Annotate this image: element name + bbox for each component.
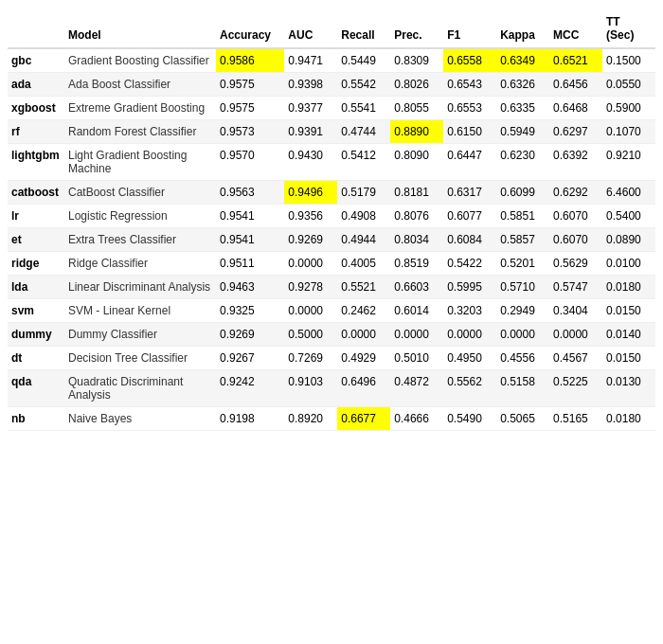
cell-prec: 0.6603	[390, 276, 443, 299]
cell-kappa: 0.6230	[496, 144, 549, 181]
cell-auc: 0.9391	[284, 120, 337, 144]
cell-mcc: 0.6456	[549, 73, 602, 97]
cell-prec: 0.4872	[390, 370, 443, 407]
cell-accuracy: 0.9511	[216, 252, 284, 276]
cell-kappa: 0.5065	[496, 407, 549, 431]
cell-mcc: 0.5629	[549, 252, 602, 276]
cell-f1: 0.5422	[443, 252, 496, 276]
model-comparison-table: ModelAccuracyAUCRecallPrec.F1KappaMCCTT(…	[8, 9, 655, 431]
cell-kappa: 0.6326	[496, 73, 549, 97]
table-row: ridgeRidge Classifier0.95110.00000.40050…	[8, 252, 655, 276]
cell-tt: 0.1070	[602, 120, 655, 144]
cell-mcc: 0.6392	[549, 144, 602, 181]
table-row: rfRandom Forest Classifier0.95730.93910.…	[8, 120, 655, 144]
cell-tt: 0.0180	[602, 407, 655, 431]
cell-accuracy: 0.9570	[216, 144, 284, 181]
cell-prec: 0.8034	[390, 228, 443, 252]
cell-model: Gradient Boosting Classifier	[64, 48, 216, 73]
cell-f1: 0.5995	[443, 276, 496, 299]
column-header-9: TT(Sec)	[602, 9, 655, 48]
cell-kappa: 0.6335	[496, 97, 549, 120]
cell-tt: 0.0150	[602, 299, 655, 323]
table-row: etExtra Trees Classifier0.95410.92690.49…	[8, 228, 655, 252]
cell-auc: 0.9278	[284, 276, 337, 299]
cell-short: xgboost	[8, 97, 64, 120]
cell-mcc: 0.5747	[549, 276, 602, 299]
cell-mcc: 0.4567	[549, 347, 602, 370]
cell-prec: 0.6014	[390, 299, 443, 323]
cell-kappa: 0.5710	[496, 276, 549, 299]
cell-accuracy: 0.9575	[216, 73, 284, 97]
cell-kappa: 0.6349	[496, 48, 549, 73]
cell-auc: 0.9356	[284, 205, 337, 228]
cell-mcc: 0.5165	[549, 407, 602, 431]
cell-auc: 0.5000	[284, 323, 337, 347]
table-row: gbcGradient Boosting Classifier0.95860.9…	[8, 48, 655, 73]
cell-kappa: 0.4556	[496, 347, 549, 370]
cell-mcc: 0.6070	[549, 205, 602, 228]
cell-accuracy: 0.9325	[216, 299, 284, 323]
cell-accuracy: 0.9541	[216, 228, 284, 252]
cell-tt: 0.0150	[602, 347, 655, 370]
cell-f1: 0.6150	[443, 120, 496, 144]
cell-recall: 0.4929	[337, 347, 390, 370]
cell-recall: 0.5412	[337, 144, 390, 181]
cell-tt: 0.0890	[602, 228, 655, 252]
cell-short: dummy	[8, 323, 64, 347]
cell-recall: 0.6677	[337, 407, 390, 431]
cell-mcc: 0.3404	[549, 299, 602, 323]
cell-auc: 0.8920	[284, 407, 337, 431]
cell-short: gbc	[8, 48, 64, 73]
cell-tt: 0.0130	[602, 370, 655, 407]
cell-recall: 0.6496	[337, 370, 390, 407]
table-row: lrLogistic Regression0.95410.93560.49080…	[8, 205, 655, 228]
cell-recall: 0.5541	[337, 97, 390, 120]
cell-recall: 0.5542	[337, 73, 390, 97]
cell-accuracy: 0.9463	[216, 276, 284, 299]
cell-short: lr	[8, 205, 64, 228]
cell-short: lda	[8, 276, 64, 299]
cell-prec: 0.8890	[390, 120, 443, 144]
cell-f1: 0.6077	[443, 205, 496, 228]
cell-auc: 0.9103	[284, 370, 337, 407]
cell-prec: 0.8090	[390, 144, 443, 181]
cell-short: rf	[8, 120, 64, 144]
table-row: xgboostExtreme Gradient Boosting0.95750.…	[8, 97, 655, 120]
cell-recall: 0.4744	[337, 120, 390, 144]
cell-short: dt	[8, 347, 64, 370]
cell-tt: 6.4600	[602, 181, 655, 205]
cell-short: ada	[8, 73, 64, 97]
cell-recall: 0.5449	[337, 48, 390, 73]
column-header-0	[8, 9, 64, 48]
cell-model: Ada Boost Classifier	[64, 73, 216, 97]
cell-model: Dummy Classifier	[64, 323, 216, 347]
cell-short: lightgbm	[8, 144, 64, 181]
cell-model: Decision Tree Classifier	[64, 347, 216, 370]
cell-mcc: 0.6297	[549, 120, 602, 144]
cell-short: ridge	[8, 252, 64, 276]
cell-model: Naive Bayes	[64, 407, 216, 431]
column-header-4: Recall	[337, 9, 390, 48]
cell-recall: 0.4005	[337, 252, 390, 276]
cell-prec: 0.4666	[390, 407, 443, 431]
table-row: svmSVM - Linear Kernel0.93250.00000.2462…	[8, 299, 655, 323]
cell-tt: 0.0550	[602, 73, 655, 97]
cell-short: catboost	[8, 181, 64, 205]
cell-tt: 0.5900	[602, 97, 655, 120]
cell-f1: 0.6558	[443, 48, 496, 73]
cell-auc: 0.9269	[284, 228, 337, 252]
cell-auc: 0.0000	[284, 252, 337, 276]
cell-model: CatBoost Classifier	[64, 181, 216, 205]
cell-tt: 0.0180	[602, 276, 655, 299]
cell-accuracy: 0.9541	[216, 205, 284, 228]
cell-short: et	[8, 228, 64, 252]
cell-model: Light Gradient Boosting Machine	[64, 144, 216, 181]
column-header-6: F1	[443, 9, 496, 48]
cell-kappa: 0.5857	[496, 228, 549, 252]
cell-prec: 0.5010	[390, 347, 443, 370]
cell-auc: 0.9471	[284, 48, 337, 73]
cell-prec: 0.8309	[390, 48, 443, 73]
cell-auc: 0.0000	[284, 299, 337, 323]
cell-kappa: 0.5201	[496, 252, 549, 276]
cell-model: Quadratic Discriminant Analysis	[64, 370, 216, 407]
